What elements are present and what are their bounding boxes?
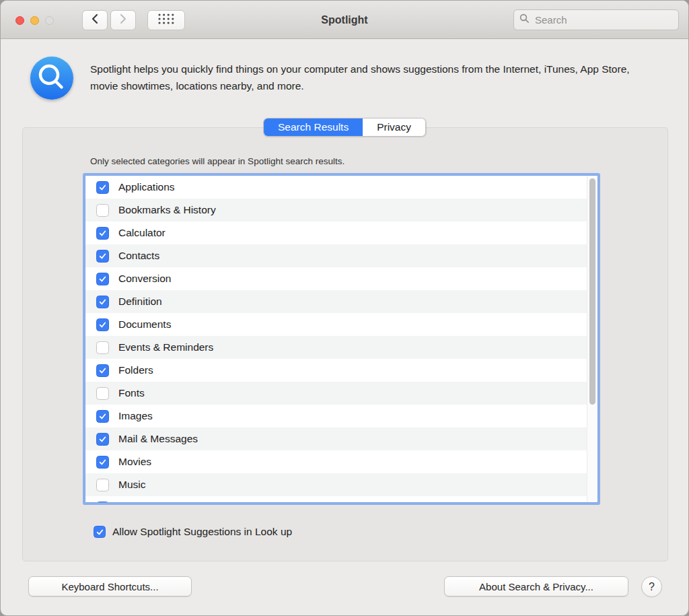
category-checkbox[interactable] xyxy=(96,273,109,285)
search-field[interactable] xyxy=(513,9,679,30)
category-label: Music xyxy=(118,479,145,491)
grid-icon xyxy=(157,13,175,28)
category-label: Conversion xyxy=(118,273,171,285)
suggestions-row: Allow Spotlight Suggestions in Look up xyxy=(94,526,292,538)
minimize-button[interactable] xyxy=(30,16,39,25)
close-button[interactable] xyxy=(15,16,24,25)
category-row: Conversion xyxy=(85,267,587,290)
category-row: Music xyxy=(85,473,587,496)
category-row: Events & Reminders xyxy=(85,336,587,359)
description-text: Spotlight helps you quickly find things … xyxy=(90,61,657,94)
category-checkbox[interactable] xyxy=(96,502,109,503)
scrollbar-track[interactable] xyxy=(587,176,597,502)
category-label: Definition xyxy=(118,296,162,308)
category-row: Contacts xyxy=(85,244,587,267)
category-checkbox[interactable] xyxy=(96,250,109,263)
zoom-button xyxy=(45,16,54,25)
category-row: Fonts xyxy=(85,382,587,405)
spotlight-preferences-window: Spotlight Spotlight helps you quickly fi… xyxy=(0,0,689,616)
category-checkbox[interactable] xyxy=(96,364,109,377)
category-label: Bookmarks & History xyxy=(118,204,216,216)
spotlight-icon xyxy=(30,57,73,100)
title-bar: Spotlight xyxy=(1,1,688,39)
help-button[interactable]: ? xyxy=(641,576,662,597)
category-label: Documents xyxy=(118,318,171,331)
category-checkbox[interactable] xyxy=(96,387,109,400)
show-all-button[interactable] xyxy=(147,10,185,30)
category-row: Bookmarks & History xyxy=(85,199,587,221)
tab-bar: Search Results Privacy xyxy=(263,118,426,137)
about-search-privacy-button[interactable]: About Search & Privacy... xyxy=(444,576,628,596)
category-checkbox[interactable] xyxy=(96,318,109,331)
category-label: Applications xyxy=(118,181,175,193)
category-checkbox[interactable] xyxy=(96,341,109,354)
forward-button[interactable] xyxy=(110,10,136,30)
search-icon xyxy=(519,13,530,26)
category-list: ApplicationsBookmarks & HistoryCalculato… xyxy=(85,175,598,503)
category-checkbox[interactable] xyxy=(96,479,109,491)
category-checkbox[interactable] xyxy=(96,433,109,446)
category-checkbox[interactable] xyxy=(96,296,109,308)
category-label: Folders xyxy=(118,364,153,376)
tab-search-results[interactable]: Search Results xyxy=(264,118,363,136)
category-row: Images xyxy=(85,405,587,427)
category-row: Movies xyxy=(85,450,587,473)
tab-privacy[interactable]: Privacy xyxy=(363,118,425,136)
category-label: Calculator xyxy=(118,227,166,239)
chevron-left-icon xyxy=(91,13,99,27)
category-row: Documents xyxy=(85,313,587,336)
category-label: Images xyxy=(118,410,153,422)
instruction-text: Only selected categories will appear in … xyxy=(90,156,344,166)
category-label: Movies xyxy=(118,456,151,468)
category-label: Other xyxy=(118,502,145,502)
allow-suggestions-checkbox[interactable] xyxy=(94,526,106,538)
category-checkbox[interactable] xyxy=(96,227,109,240)
category-label: Contacts xyxy=(118,250,159,262)
allow-suggestions-label: Allow Spotlight Suggestions in Look up xyxy=(112,526,292,538)
category-checkbox[interactable] xyxy=(96,410,109,423)
category-row: Mail & Messages xyxy=(85,427,587,450)
category-checkbox[interactable] xyxy=(96,204,109,217)
category-row: Calculator xyxy=(85,221,587,244)
category-row: Other xyxy=(85,496,587,502)
search-input[interactable] xyxy=(534,13,673,26)
category-row: Applications xyxy=(85,176,587,199)
category-row: Folders xyxy=(85,359,587,382)
scrollbar-thumb[interactable] xyxy=(589,178,595,405)
back-button[interactable] xyxy=(82,10,108,30)
keyboard-shortcuts-button[interactable]: Keyboard Shortcuts... xyxy=(28,576,192,596)
category-label: Mail & Messages xyxy=(118,433,198,445)
category-row: Definition xyxy=(85,290,587,313)
category-checkbox[interactable] xyxy=(96,181,109,194)
category-checkbox[interactable] xyxy=(96,456,109,469)
chevron-right-icon xyxy=(119,13,127,27)
category-label: Events & Reminders xyxy=(118,341,213,353)
category-list-viewport: ApplicationsBookmarks & HistoryCalculato… xyxy=(85,176,587,502)
category-label: Fonts xyxy=(118,387,145,399)
